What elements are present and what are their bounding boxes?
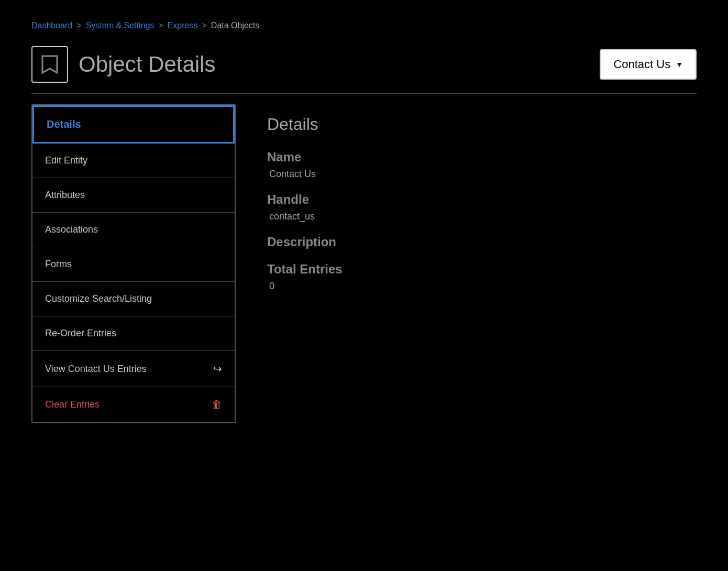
- field-total-entries: Total Entries 0: [267, 262, 665, 292]
- breadcrumb-sep-2: >: [158, 21, 163, 30]
- sidebar-item-forms-label: Forms: [45, 259, 72, 270]
- sidebar-item-details[interactable]: Details: [32, 105, 235, 144]
- page-header-left: Object Details: [31, 46, 215, 83]
- trash-icon: 🗑: [212, 399, 222, 411]
- field-name-label: Name: [267, 150, 665, 164]
- sidebar-item-view-entries[interactable]: View Contact Us Entries ↪: [32, 351, 235, 387]
- field-handle: Handle contact_us: [267, 192, 665, 222]
- field-description-label: Description: [267, 235, 665, 249]
- field-name-value: Contact Us: [267, 169, 665, 180]
- sidebar-item-attributes-label: Attributes: [45, 190, 85, 201]
- sidebar-item-associations[interactable]: Associations: [32, 213, 235, 247]
- dropdown-label: Contact Us: [613, 58, 670, 71]
- field-name: Name Contact Us: [267, 150, 665, 180]
- sidebar-item-view-entries-label: View Contact Us Entries: [45, 364, 147, 375]
- main-content: Details Name Contact Us Handle contact_u…: [236, 104, 697, 315]
- sidebar-item-details-label: Details: [47, 118, 81, 130]
- breadcrumb-data-objects: Data Objects: [211, 21, 259, 30]
- sidebar-item-clear-entries[interactable]: Clear Entries 🗑: [32, 387, 235, 422]
- sidebar-item-customize-search-label: Customize Search/Listing: [45, 293, 152, 304]
- breadcrumb-sep-1: >: [76, 21, 81, 30]
- sidebar-item-associations-label: Associations: [45, 224, 98, 235]
- breadcrumb-system-settings[interactable]: System & Settings: [86, 21, 155, 30]
- sidebar-item-edit-entity-label: Edit Entity: [45, 155, 87, 166]
- bookmark-icon-box: [31, 46, 68, 83]
- content-area: Details Edit Entity Attributes Associati…: [31, 104, 697, 423]
- sidebar: Details Edit Entity Attributes Associati…: [31, 104, 236, 423]
- field-handle-label: Handle: [267, 192, 665, 207]
- breadcrumb: Dashboard > System & Settings > Express …: [31, 21, 697, 30]
- sidebar-item-forms[interactable]: Forms: [32, 247, 235, 282]
- sidebar-item-reorder-entries-label: Re-Order Entries: [45, 328, 116, 339]
- sidebar-item-edit-entity[interactable]: Edit Entity: [32, 144, 235, 178]
- sidebar-item-attributes[interactable]: Attributes: [32, 178, 235, 213]
- field-total-entries-label: Total Entries: [267, 262, 665, 277]
- field-description: Description: [267, 235, 665, 249]
- sidebar-item-clear-entries-label: Clear Entries: [45, 399, 100, 410]
- field-handle-value: contact_us: [267, 211, 665, 222]
- sidebar-item-reorder-entries[interactable]: Re-Order Entries: [32, 316, 235, 351]
- sidebar-item-customize-search[interactable]: Customize Search/Listing: [32, 282, 235, 316]
- page-title: Object Details: [79, 52, 215, 77]
- breadcrumb-sep-3: >: [202, 21, 206, 30]
- contact-us-dropdown-button[interactable]: Contact Us ▼: [600, 49, 697, 80]
- field-total-entries-value: 0: [267, 281, 665, 292]
- page-header: Object Details Contact Us ▼: [31, 46, 697, 94]
- details-section-title: Details: [267, 115, 665, 134]
- external-link-icon: ↪: [213, 363, 222, 375]
- breadcrumb-dashboard[interactable]: Dashboard: [31, 21, 72, 30]
- dropdown-caret-icon: ▼: [676, 60, 683, 69]
- breadcrumb-express[interactable]: Express: [168, 21, 198, 30]
- bookmark-icon: [40, 54, 59, 75]
